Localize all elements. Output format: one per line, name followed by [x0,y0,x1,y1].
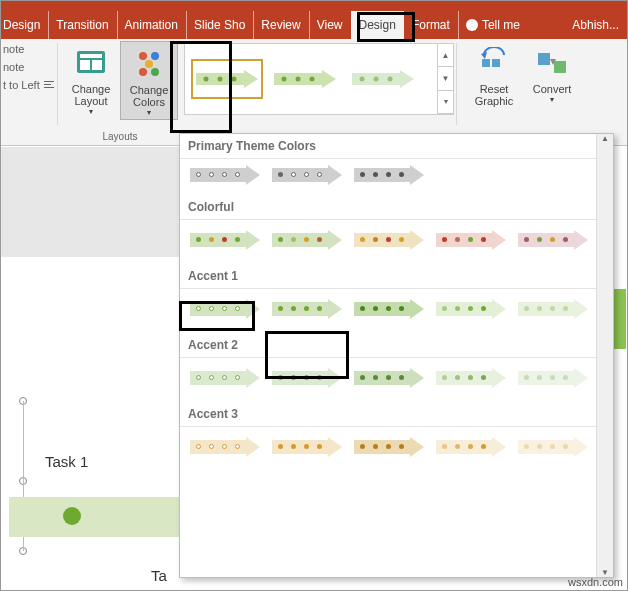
svg-rect-27 [482,59,490,67]
stub-line1: note [3,43,55,55]
task2-label: Ta [151,567,167,584]
change-layout-icon [75,47,107,79]
svg-point-15 [218,77,223,82]
svg-rect-4 [80,54,102,58]
change-layout-button[interactable]: Change Layout ▾ [62,41,120,120]
gallery-scroll[interactable]: ▲▼▾ [437,44,453,114]
svg-rect-30 [538,53,550,65]
svg-point-25 [374,77,379,82]
lightbulb-icon [466,19,478,31]
color-option-colorful-1[interactable] [190,230,262,250]
color-option-accent1-2[interactable] [272,299,344,319]
color-option-accent2-1[interactable] [190,368,262,388]
svg-marker-29 [481,52,487,59]
tab-slideshow[interactable]: Slide Sho [186,11,253,39]
tab-view[interactable]: View [309,11,351,39]
color-option-colorful-4[interactable] [436,230,508,250]
color-option-accent1-4[interactable] [436,299,508,319]
svg-marker-23 [400,70,414,88]
svg-point-14 [204,77,209,82]
tab-design[interactable]: Design [1,11,48,39]
svg-point-10 [139,68,147,76]
color-option-colorful-3[interactable] [354,230,426,250]
svg-rect-28 [492,59,500,67]
color-option-primary-2[interactable] [272,165,344,185]
color-option-accent2-4[interactable] [436,368,508,388]
tab-review[interactable]: Review [253,11,308,39]
svg-rect-0 [44,81,54,82]
svg-point-19 [282,77,287,82]
svg-rect-1 [44,84,51,85]
tab-design-tool[interactable]: Design [351,11,404,39]
svg-rect-31 [554,61,566,73]
style-thumb-1[interactable] [191,59,263,99]
change-colors-label: Change Colors [123,84,175,108]
reset-graphic-button[interactable]: Reset Graphic [465,41,523,109]
section-colorful: Colorful [180,195,613,220]
color-option-accent3-4[interactable] [436,437,508,457]
svg-point-24 [360,77,365,82]
caret-icon: ▾ [147,108,151,117]
convert-button[interactable]: Convert ▾ [523,41,581,109]
color-option-accent3-1[interactable] [190,437,262,457]
svg-marker-18 [322,70,336,88]
color-option-accent1-3[interactable] [354,299,426,319]
tab-format[interactable]: Format [404,11,458,39]
color-option-primary-1[interactable] [190,165,262,185]
reset-graphic-label: Reset Graphic [467,83,521,107]
caret-icon: ▾ [550,95,554,104]
svg-point-26 [388,77,393,82]
color-option-accent2-5[interactable] [518,368,590,388]
svg-point-7 [139,52,147,60]
svg-rect-5 [80,60,90,70]
change-colors-button[interactable]: Change Colors ▾ [120,41,178,120]
ribbon-tabs: Design Transition Animation Slide Sho Re… [1,11,627,39]
section-primary: Primary Theme Colors [180,134,613,159]
color-option-accent3-3[interactable] [354,437,426,457]
convert-label: Convert [533,83,572,95]
section-accent2: Accent 2 [180,333,613,358]
dropdown-scrollbar[interactable] [596,134,613,577]
tab-animations[interactable]: Animation [117,11,186,39]
color-option-colorful-5[interactable] [518,230,590,250]
watermark: wsxdn.com [568,576,623,588]
svg-rect-2 [44,87,54,88]
section-accent3: Accent 3 [180,402,613,427]
color-option-accent2-2[interactable] [272,368,344,388]
svg-point-11 [151,68,159,76]
svg-marker-13 [244,70,258,88]
user-name[interactable]: Abhish... [565,11,627,39]
reset-graphic-icon [478,47,510,79]
tab-tellme[interactable]: Tell me [458,11,528,39]
caret-icon: ▾ [89,107,93,116]
color-option-colorful-2[interactable] [272,230,344,250]
svg-point-20 [296,77,301,82]
color-option-accent3-2[interactable] [272,437,344,457]
section-accent1: Accent 1 [180,264,613,289]
ribbon-left-stub: note note t to Left [1,39,57,145]
style-thumb-3[interactable] [347,59,419,99]
window-title-bar [1,1,627,11]
task1-label: Task 1 [45,453,88,470]
smartart-styles-gallery[interactable]: ▲▼▾ [184,43,454,115]
svg-point-16 [232,77,237,82]
group-layouts-label: Layouts [102,131,137,145]
text-direction-icon [44,80,54,90]
svg-rect-6 [92,60,102,70]
tab-transition[interactable]: Transition [48,11,116,39]
color-option-accent1-5[interactable] [518,299,590,319]
group-layouts: Change Layout ▾ Change Colors ▾ Layouts [58,39,182,145]
smartart-dot [63,507,81,525]
svg-point-21 [310,77,315,82]
convert-icon [536,47,568,79]
color-option-primary-3[interactable] [354,165,426,185]
stub-line2: note [3,61,55,73]
color-option-accent2-3[interactable] [354,368,426,388]
color-option-accent3-5[interactable] [518,437,590,457]
change-colors-icon [133,48,165,80]
change-layout-label: Change Layout [64,83,118,107]
color-option-accent1-1[interactable] [190,299,262,319]
slide-canvas: Task 1 ‹ Ta [1,147,179,587]
slide-edge-green [614,289,626,349]
style-thumb-2[interactable] [269,59,341,99]
